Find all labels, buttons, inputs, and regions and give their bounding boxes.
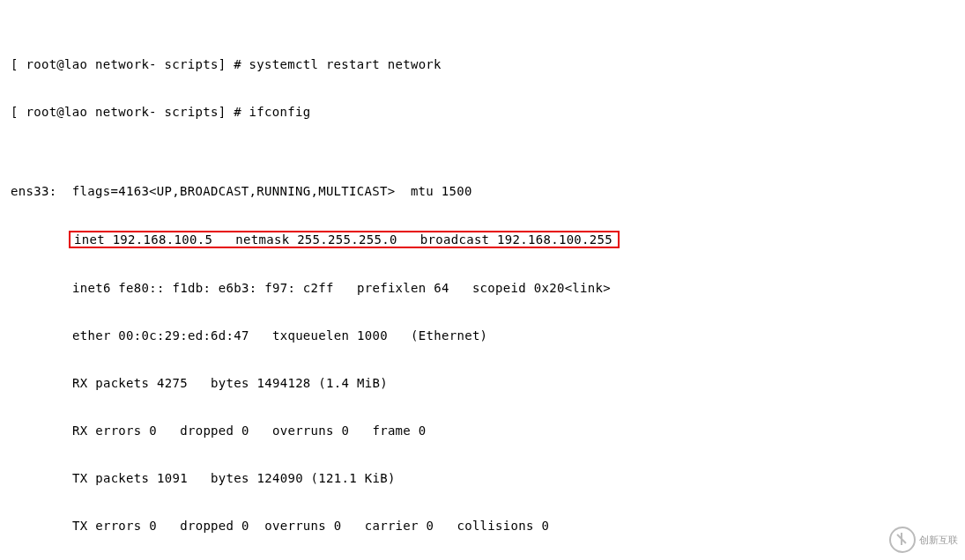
shell-prompt: [ root@lao network- scripts] # (11, 57, 249, 71)
command-text: systemctl restart network (249, 57, 442, 71)
terminal-output: [ root@lao network- scripts] # systemctl… (0, 0, 965, 560)
iface-ens33-inet-row: inet 192.168.100.5 netmask 255.255.255.0… (72, 231, 965, 248)
iface-ens33-inet6: inet6 fe80:: f1db: e6b3: f97: c2ff prefi… (72, 280, 965, 296)
shell-prompt: [ root@lao network- scripts] # (11, 105, 249, 119)
iface-ens33-rxp: RX packets 4275 bytes 1494128 (1.4 MiB) (72, 375, 965, 391)
highlight-box-ens33: inet 192.168.100.5 netmask 255.255.255.0… (69, 231, 620, 248)
watermark-logo-icon (889, 527, 916, 553)
prompt-line-2: [ root@lao network- scripts] # ifconfig (11, 104, 965, 120)
prompt-line-1: [ root@lao network- scripts] # systemctl… (11, 56, 965, 72)
watermark-text: 创新互联 (919, 532, 958, 548)
iface-ens33-rxe: RX errors 0 dropped 0 overruns 0 frame 0 (72, 423, 965, 438)
iface-ens33-txp: TX packets 1091 bytes 124090 (121.1 KiB) (72, 470, 965, 486)
iface-ens33-header: ens33: flags=4163<UP,BROADCAST,RUNNING,M… (11, 183, 965, 199)
iface-ens33-txe: TX errors 0 dropped 0 overruns 0 carrier… (72, 518, 965, 534)
watermark: 创新互联 (881, 524, 965, 556)
command-text: ifconfig (249, 105, 311, 119)
iface-ens33-ether: ether 00:0c:29:ed:6d:47 txqueuelen 1000 … (72, 328, 965, 343)
